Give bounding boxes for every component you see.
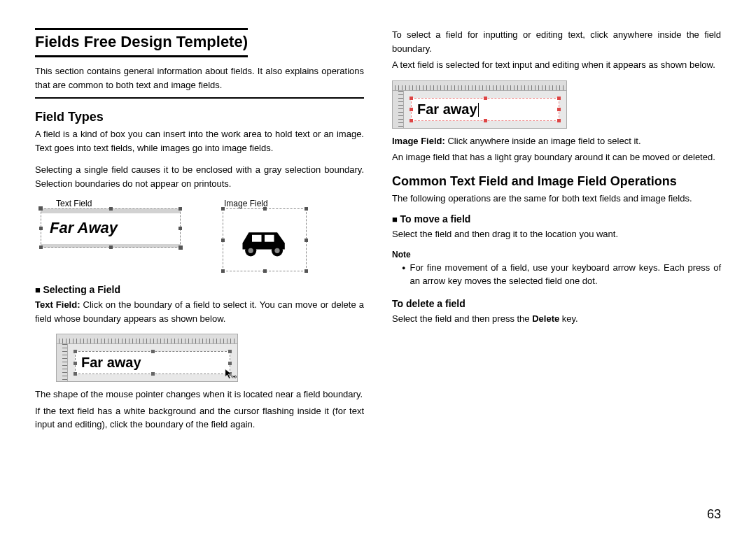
ruler1-content: Far away bbox=[81, 355, 141, 370]
flashing-body: If the text field has a white background… bbox=[35, 404, 364, 432]
figures-row: Far Away bbox=[35, 208, 364, 271]
image-field-prefix: Image Field: bbox=[392, 136, 445, 146]
ruler2-content: Far away bbox=[417, 101, 477, 117]
selected-text-field: Far away bbox=[75, 351, 230, 374]
svg-rect-1 bbox=[265, 235, 274, 242]
heading-field-types: Field Types bbox=[35, 110, 364, 125]
image-field-body: Image Field: Click anywhere inside an im… bbox=[392, 134, 721, 148]
text-caret-icon bbox=[478, 103, 479, 117]
right-column: To select a field for inputting or editi… bbox=[392, 28, 721, 512]
selecting-text: Click on the boundary of a field to sele… bbox=[35, 299, 364, 324]
delete-post: key. bbox=[559, 313, 578, 324]
left-column: Fields Free Design Templete) This sectio… bbox=[35, 28, 364, 512]
delete-pre: Select the field and then press the bbox=[392, 313, 532, 324]
text-field-content: Far Away bbox=[50, 219, 118, 237]
section-title: Fields Free Design Templete) bbox=[35, 28, 248, 57]
image-field-text: Click anywhere inside an image field to … bbox=[445, 136, 641, 146]
text-field-figure: Far Away bbox=[41, 208, 181, 248]
svg-point-3 bbox=[248, 248, 253, 253]
shown-body: A text field is selected for text input … bbox=[392, 58, 721, 72]
note-body: For fine movement of a field, use your k… bbox=[402, 261, 721, 288]
svg-point-5 bbox=[274, 248, 279, 253]
manual-page: Fields Free Design Templete) This sectio… bbox=[0, 0, 756, 533]
delete-key: Delete bbox=[532, 313, 559, 324]
ruler-figure-1: Far away bbox=[56, 334, 238, 382]
field-types-p1: A field is a kind of box you can insert … bbox=[35, 127, 364, 155]
selecting-body: Text Field: Click on the boundary of a f… bbox=[35, 298, 364, 325]
car-icon bbox=[233, 219, 296, 261]
heading-move: To move a field bbox=[392, 213, 721, 225]
intro-text: This section contains general informatio… bbox=[35, 64, 364, 92]
ruler-figure-2: Far away bbox=[392, 80, 567, 129]
label-text-field: Text Field bbox=[56, 199, 224, 208]
delete-body: Select the field and then press the Dele… bbox=[392, 312, 721, 326]
label-image-field: Image Field bbox=[224, 199, 268, 208]
heading-delete: To delete a field bbox=[392, 298, 721, 309]
shape-body: The shape of the mouse pointer changes w… bbox=[35, 388, 364, 401]
page-number: 63 bbox=[707, 507, 721, 522]
move-body: Select the field and then drag it to the… bbox=[392, 227, 721, 241]
note-text: For fine movement of a field, use your k… bbox=[410, 261, 721, 288]
select-body: To select a field for inputting or editi… bbox=[392, 28, 721, 55]
divider bbox=[35, 97, 364, 99]
common-body: The following operations are the same fo… bbox=[392, 192, 721, 206]
heading-common-ops: Common Text Field and Image Field Operat… bbox=[392, 174, 721, 189]
note-label: Note bbox=[392, 250, 721, 260]
move-cursor-icon bbox=[224, 368, 237, 381]
editing-text-field: Far away bbox=[411, 98, 559, 121]
figure-labels-row: Text Field Image Field bbox=[35, 199, 364, 208]
selecting-prefix: Text Field: bbox=[35, 299, 80, 310]
image-field-figure bbox=[223, 208, 307, 271]
heading-selecting: Selecting a Field bbox=[35, 284, 364, 295]
svg-rect-0 bbox=[252, 235, 262, 242]
field-types-p2: Selecting a single field causes it to be… bbox=[35, 163, 364, 190]
image-field-body2: An image field that has a light gray bou… bbox=[392, 150, 721, 164]
